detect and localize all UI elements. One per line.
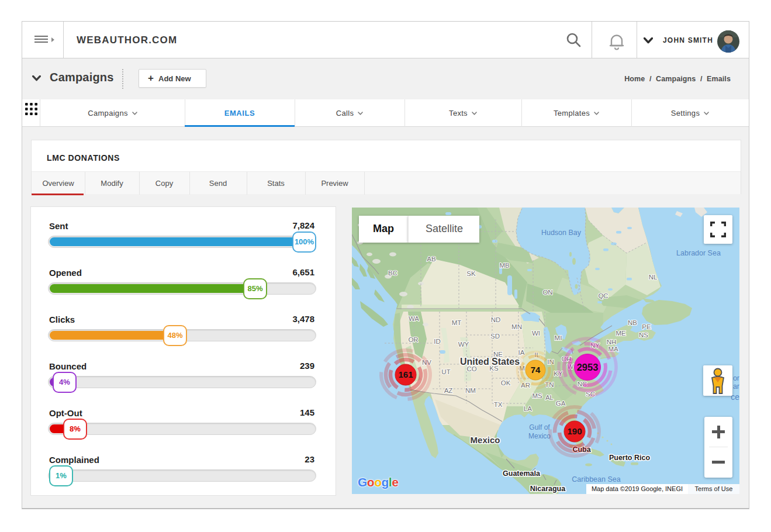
svg-text:74: 74 <box>531 365 541 375</box>
svg-text:SK: SK <box>466 270 476 277</box>
svg-text:MI: MI <box>555 334 562 341</box>
svg-text:ME: ME <box>616 330 626 337</box>
svg-text:AL: AL <box>545 394 554 401</box>
svg-text:161: 161 <box>398 369 413 379</box>
svg-text:AB: AB <box>427 255 436 262</box>
svg-text:Caribbean Sea: Caribbean Sea <box>572 475 620 483</box>
svg-text:WY: WY <box>458 341 469 348</box>
svg-text:or: or <box>733 374 739 382</box>
svg-text:LA: LA <box>524 405 532 412</box>
svg-text:Puerto Rico: Puerto Rico <box>609 454 651 462</box>
svg-text:TX: TX <box>494 401 503 408</box>
svg-text:WA: WA <box>409 315 419 322</box>
svg-text:MN: MN <box>511 323 522 330</box>
svg-text:NM: NM <box>465 387 476 394</box>
svg-text:Nicaragua: Nicaragua <box>530 485 566 493</box>
svg-text:Mexico: Mexico <box>528 432 551 440</box>
svg-text:SD: SD <box>490 333 500 340</box>
svg-text:GA: GA <box>556 400 566 407</box>
svg-text:NS: NS <box>639 331 648 338</box>
svg-text:NB: NB <box>628 319 637 326</box>
svg-text:OK: OK <box>501 379 511 386</box>
svg-text:Guatemala: Guatemala <box>503 469 541 478</box>
svg-text:Gulf of: Gulf of <box>529 423 550 431</box>
svg-text:Hudson Bay: Hudson Bay <box>541 229 582 237</box>
svg-text:ar: ar <box>733 382 739 391</box>
svg-text:NH: NH <box>607 338 617 346</box>
svg-text:Mexico: Mexico <box>471 435 500 445</box>
svg-text:MB: MB <box>499 262 510 269</box>
svg-text:2953: 2953 <box>577 362 599 372</box>
svg-text:QC: QC <box>598 292 608 299</box>
svg-text:ID: ID <box>434 338 441 345</box>
svg-text:190: 190 <box>567 426 582 436</box>
svg-text:BC: BC <box>388 270 397 277</box>
svg-text:Labrador Sea: Labrador Sea <box>676 249 721 257</box>
svg-text:MT: MT <box>452 319 462 326</box>
svg-text:PE: PE <box>642 323 651 330</box>
svg-text:UT: UT <box>441 368 450 375</box>
svg-text:WI: WI <box>532 330 540 337</box>
svg-text:NL: NL <box>649 274 658 281</box>
svg-text:ON: ON <box>542 289 552 296</box>
svg-text:United States: United States <box>460 357 520 367</box>
svg-text:MS: MS <box>532 392 542 399</box>
svg-text:OR: OR <box>408 336 418 343</box>
svg-text:AZ: AZ <box>444 387 453 394</box>
svg-text:ND: ND <box>491 316 501 323</box>
